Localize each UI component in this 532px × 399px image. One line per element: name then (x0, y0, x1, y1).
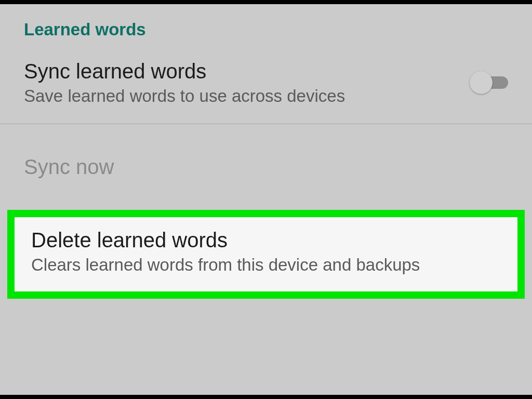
top-black-bar (0, 0, 532, 4)
setting-row-sync-now: Sync now (0, 124, 532, 210)
setting-title-sync-now: Sync now (24, 155, 508, 179)
setting-subtitle-delete: Clears learned words from this device an… (31, 255, 501, 275)
setting-title-delete: Delete learned words (31, 229, 501, 252)
setting-texts: Sync learned words Save learned words to… (24, 59, 345, 106)
settings-screen: Learned words Sync learned words Save le… (0, 0, 532, 399)
setting-row-sync-learned-words[interactable]: Sync learned words Save learned words to… (0, 45, 532, 124)
toggle-sync-learned-words[interactable] (470, 71, 508, 94)
setting-title-sync: Sync learned words (24, 59, 345, 83)
section-header-learned-words: Learned words (0, 4, 532, 45)
toggle-thumb (470, 71, 493, 94)
setting-subtitle-sync: Save learned words to use across devices (24, 86, 345, 106)
bottom-black-bar (0, 395, 532, 399)
setting-row-delete-learned-words[interactable]: Delete learned words Clears learned word… (7, 210, 525, 299)
content-area: Learned words Sync learned words Save le… (0, 4, 532, 299)
